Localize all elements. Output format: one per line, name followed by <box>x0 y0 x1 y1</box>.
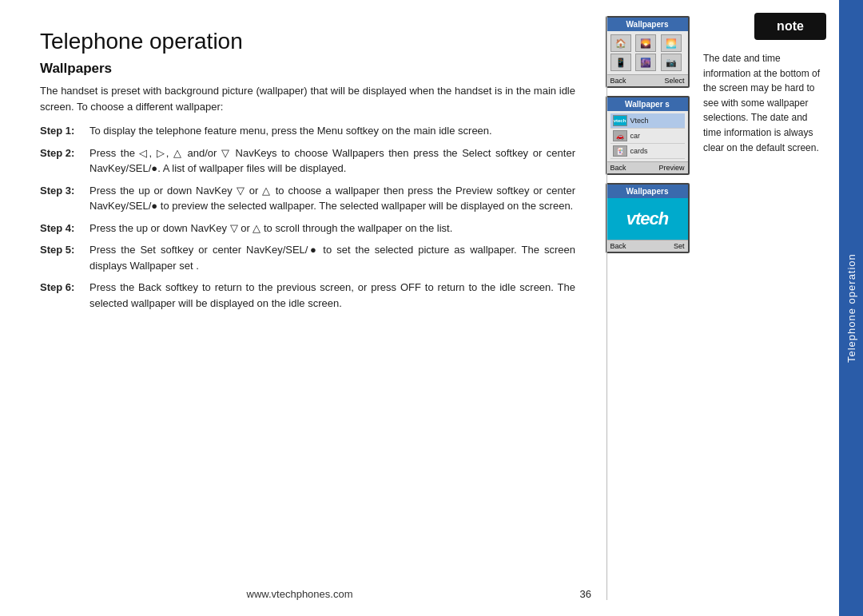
phone-column: Wallpapers 🏠 🌄 🌅 📱 🌆 📷 Back Select Wallp… <box>599 0 695 616</box>
vertical-tab: Telephone operation <box>839 0 863 616</box>
step-text-6: Press the Back softkey to return to the … <box>89 280 575 311</box>
vertical-tab-label: Telephone operation <box>845 253 857 363</box>
note-column: note The date and time information at th… <box>695 0 839 616</box>
list-label-cards: cards <box>630 147 648 155</box>
step-text-5: Press the Set softkey or center NavKey/S… <box>89 242 575 273</box>
vtech-screen-body: vtech <box>607 198 688 240</box>
step-text-2: Press the ◁, ▷, △ and/or ▽ NavKeys to ch… <box>89 145 575 177</box>
step-text-1: To display the telephone feature menu, p… <box>89 123 575 139</box>
step-text-4: Press the up or down NavKey ▽ or △ to sc… <box>89 221 575 236</box>
intro-text: The handset is preset with background pi… <box>40 83 575 115</box>
list-label-vtech: Vtech <box>630 117 649 125</box>
phone-screen-2-footer: Back Preview <box>607 161 688 173</box>
phone-screen-2-header: Wallpaper s <box>607 97 688 111</box>
step-label-3: Step 3: <box>40 183 89 214</box>
step-row-4: Step 4:Press the up or down NavKey ▽ or … <box>40 221 575 236</box>
step-row-5: Step 5:Press the Set softkey or center N… <box>40 242 575 273</box>
back-btn-label: Back <box>610 77 626 85</box>
phone-screen-2: Wallpaper s vtech Vtech 🚗 car 🃏 cards <box>606 96 690 175</box>
phone-screen-1-footer: Back Select <box>607 74 688 86</box>
step-label-2: Step 2: <box>40 145 89 177</box>
main-content: Telephone operation Wallpapers The hands… <box>0 0 599 616</box>
select-btn-label: Select <box>664 77 684 85</box>
note-text: The date and time information at the bot… <box>703 51 826 155</box>
phone-screen-3: Wallpapers vtech Back Set <box>606 183 690 253</box>
footer-bar: www.vtechphones.com <box>0 588 599 600</box>
icon-cell: 🌅 <box>661 34 682 52</box>
icon-cell: 📱 <box>610 54 631 71</box>
icon-cell: 🌆 <box>635 54 656 71</box>
phone-screen-1: Wallpapers 🏠 🌄 🌅 📱 🌆 📷 Back Select <box>606 16 690 88</box>
page-number: 36 <box>580 588 591 600</box>
thumb-cards: 🃏 <box>613 145 627 157</box>
back-btn-label-2: Back <box>610 164 626 172</box>
phone-screen-3-header: Wallpapers <box>607 185 688 198</box>
step-row-1: Step 1:To display the telephone feature … <box>40 123 575 139</box>
back-btn-label-3: Back <box>610 242 626 250</box>
step-label-4: Step 4: <box>40 221 89 236</box>
phone-screen-1-header: Wallpapers <box>607 18 688 31</box>
step-label-5: Step 5: <box>40 242 89 273</box>
footer-url: www.vtechphones.com <box>247 588 353 600</box>
section-title: Wallpapers <box>40 61 575 77</box>
step-row-2: Step 2:Press the ◁, ▷, △ and/or ▽ NavKey… <box>40 145 575 177</box>
step-row-6: Step 6:Press the Back softkey to return … <box>40 280 575 311</box>
phone-icon-grid: 🏠 🌄 🌅 📱 🌆 📷 <box>607 31 688 74</box>
separator-line <box>606 16 607 600</box>
page-container: Telephone operation Wallpapers The hands… <box>0 0 863 616</box>
steps-container: Step 1:To display the telephone feature … <box>40 123 575 311</box>
list-label-car: car <box>630 132 641 140</box>
thumb-car: 🚗 <box>613 130 627 141</box>
right-panel: Wallpapers 🏠 🌄 🌅 📱 🌆 📷 Back Select Wallp… <box>599 0 863 616</box>
icon-cell: 📷 <box>661 54 682 71</box>
icon-cell: 🌄 <box>635 34 656 52</box>
list-item-vtech: vtech Vtech <box>610 113 685 129</box>
step-row-3: Step 3:Press the up or down NavKey ▽ or … <box>40 183 575 214</box>
step-label-6: Step 6: <box>40 280 89 311</box>
step-label-1: Step 1: <box>40 123 89 139</box>
set-btn-label: Set <box>674 242 685 250</box>
vtech-logo: vtech <box>626 209 668 229</box>
page-title: Telephone operation <box>40 29 575 54</box>
preview-btn-label: Preview <box>658 164 684 172</box>
list-item-cards: 🃏 cards <box>610 144 685 159</box>
icon-cell: 🏠 <box>610 34 631 52</box>
note-badge: note <box>754 13 826 40</box>
phone-screen-2-body: vtech Vtech 🚗 car 🃏 cards <box>607 111 688 161</box>
list-item-car: 🚗 car <box>610 129 685 144</box>
phone-screen-3-footer: Back Set <box>607 240 688 252</box>
step-text-3: Press the up or down NavKey ▽ or △ to ch… <box>89 183 575 214</box>
thumb-vtech: vtech <box>613 115 627 126</box>
